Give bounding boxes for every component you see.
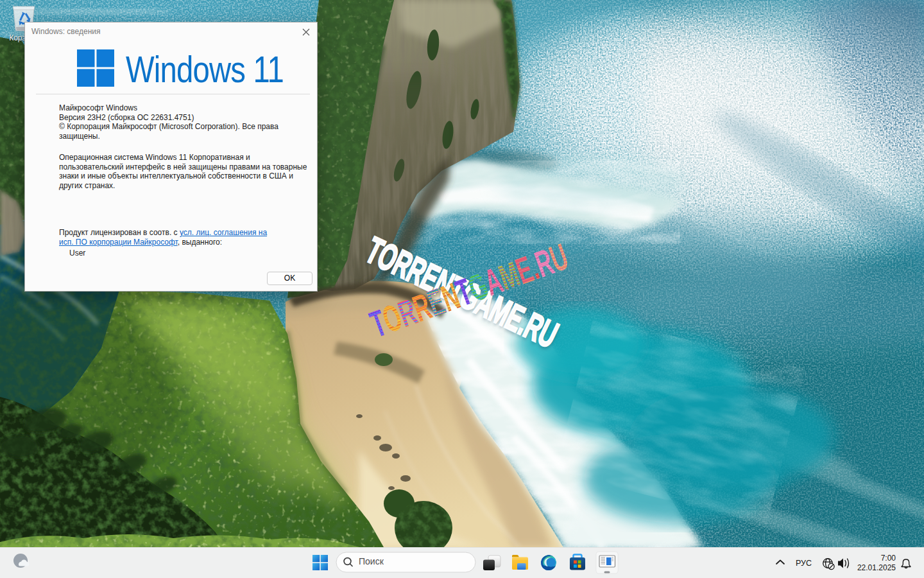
svg-text:РУС: РУС: [796, 559, 812, 568]
svg-text:Поиск: Поиск: [359, 556, 384, 566]
svg-text:22.01.2025: 22.01.2025: [857, 563, 896, 572]
svg-text:7:00: 7:00: [881, 554, 896, 563]
